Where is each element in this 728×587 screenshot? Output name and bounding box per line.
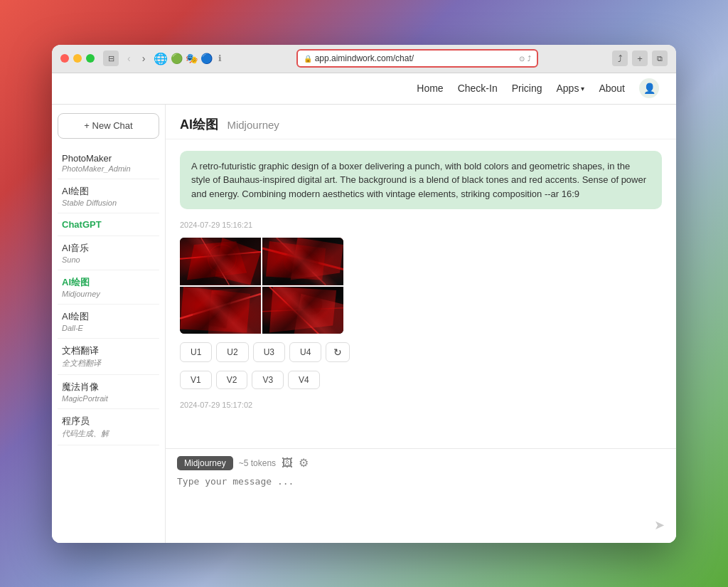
message-timestamp-1: 2024-07-29 15:16:21 [180,221,662,229]
reader-icon: ⊙ [519,55,525,63]
model-tag[interactable]: Midjourney [177,456,233,470]
new-tab-button[interactable]: + [632,51,648,66]
v4-button[interactable]: V4 [288,371,320,389]
svg-marker-19 [269,287,336,332]
v1-button[interactable]: V1 [180,371,212,389]
sidebar-item-suno[interactable]: AI音乐 Suno [58,236,159,270]
sidebar-item-subtitle: 代码生成、解 [62,428,155,439]
user-avatar[interactable]: 👤 [639,78,659,98]
svg-rect-7 [262,238,343,285]
message-input[interactable] [177,476,665,512]
refresh-button[interactable]: ↻ [326,342,350,362]
sidebar-item-title: AI绘图 [62,185,155,198]
svg-line-10 [262,248,343,270]
nav-checkin[interactable]: Check-In [458,83,498,94]
svg-line-4 [201,238,230,285]
sidebar-item-chatgpt[interactable]: ChatGPT [58,213,159,236]
sidebar-toggle-button[interactable]: ⊟ [103,51,119,66]
v2-button[interactable]: V2 [216,371,248,389]
settings-button[interactable]: ⚙ [299,456,309,470]
browser-icons: 🌐 🟢 🎭 🔵 [154,52,213,65]
sidebar-item-photomaker[interactable]: PhotoMaker PhotoMaker_Admin [58,147,159,179]
svg-marker-9 [291,238,343,280]
address-bar[interactable]: 🔒 app.aimindwork.com/chat/ ⊙ ⤴ [296,49,538,68]
send-button[interactable]: ➤ [654,517,665,533]
browser-icon: 🌐 [154,52,168,65]
message-timestamp-2: 2024-07-29 15:17:02 [180,401,662,409]
u3-button[interactable]: U3 [253,342,285,362]
chat-subtitle: Midjourney [227,119,279,131]
svg-marker-15 [208,287,261,334]
u4-button[interactable]: U4 [289,342,321,362]
image-cell-3 [180,287,261,334]
nav-about[interactable]: About [599,83,625,94]
svg-marker-8 [266,241,326,280]
svg-rect-6 [205,246,232,275]
sidebar-item-subtitle: Midjourney [62,290,155,298]
extension-icon1: 🟢 [171,53,183,64]
chat-messages: A retro-futuristic graphic design of a b… [166,139,676,448]
u1-button[interactable]: U1 [180,342,212,362]
svg-line-11 [277,238,326,285]
sidebar-item-midjourney[interactable]: AI绘图 Midjourney [58,270,159,305]
extension-icon3: 🔵 [200,53,213,64]
svg-point-5 [208,245,237,273]
svg-point-12 [284,250,319,275]
action-buttons-row2: V1 V2 V3 V4 [180,371,662,389]
svg-line-16 [180,293,261,318]
share-button[interactable]: ⤴ [612,51,628,66]
image-upload-button[interactable]: 🖼 [282,457,293,470]
sidebar-item-subtitle: MagicPortrait [62,394,155,403]
svg-marker-2 [215,238,261,285]
sidebar-item-magicportrait[interactable]: 魔法肖像 MagicPortrait [58,375,159,409]
svg-rect-18 [262,287,343,334]
svg-rect-0 [180,238,261,285]
svg-marker-14 [180,287,250,332]
sidebar-item-subtitle: PhotoMaker_Admin [62,164,155,173]
image-cell-4 [262,287,343,334]
main-content: + New Chat PhotoMaker PhotoMaker_Admin A… [52,105,676,543]
u2-button[interactable]: U2 [216,342,248,362]
nav-apps[interactable]: Apps ▾ [556,83,584,94]
address-bar-container: 🔒 app.aimindwork.com/chat/ ⊙ ⤴ [228,49,606,68]
extension-icon2: 🎭 [186,53,198,64]
forward-button[interactable]: › [139,51,149,65]
sidebar-item-subtitle: 全文档翻译 [62,358,155,369]
chat-header: AI绘图 Midjourney [166,105,676,139]
sidebar-item-stable-diffusion[interactable]: AI绘图 Stable Diffusion [58,179,159,213]
back-button[interactable]: ‹ [124,51,134,65]
dropdown-arrow-icon: ▾ [581,85,584,92]
info-icon[interactable]: ℹ [218,53,222,63]
sidebar-item-title: ChatGPT [62,219,155,230]
sidebar-item-dalle[interactable]: AI绘图 Dall-E [58,305,159,339]
sidebar-item-translation[interactable]: 文档翻译 全文档翻译 [58,339,159,375]
svg-rect-13 [180,287,261,334]
traffic-lights [60,54,95,63]
share-icon: ⤴ [528,55,531,63]
browser-window: ⊟ ‹ › 🌐 🟢 🎭 🔵 ℹ 🔒 app.aimindwork.com/cha… [52,45,676,543]
sidebar-item-title: 文档翻译 [62,344,155,357]
maximize-button[interactable] [86,54,95,63]
send-button-container: ➤ [177,514,665,536]
user-message: A retro-futuristic graphic design of a b… [180,151,662,210]
sidebar-item-title: AI绘图 [62,310,155,323]
svg-marker-20 [294,293,343,334]
input-toolbar: Midjourney ~5 tokens 🖼 ⚙ [177,456,665,470]
svg-marker-1 [187,241,247,280]
image-cell-2 [262,238,343,285]
sidebar-item-programmer[interactable]: 程序员 代码生成、解 [58,409,159,445]
close-button[interactable] [60,54,69,63]
tabs-button[interactable]: ⧉ [652,51,668,66]
nav-pricing[interactable]: Pricing [512,83,542,94]
action-buttons-row1: U1 U2 U3 U4 ↻ [180,342,662,362]
sidebar: + New Chat PhotoMaker PhotoMaker_Admin A… [52,105,166,543]
new-chat-button[interactable]: + New Chat [58,113,159,139]
sidebar-item-subtitle: Stable Diffusion [62,199,155,207]
nav-home[interactable]: Home [417,83,443,94]
svg-line-21 [269,287,318,334]
svg-line-3 [180,252,261,259]
v3-button[interactable]: V3 [252,371,284,389]
title-bar: ⊟ ‹ › 🌐 🟢 🎭 🔵 ℹ 🔒 app.aimindwork.com/cha… [52,45,676,73]
minimize-button[interactable] [73,54,82,63]
sidebar-item-subtitle: Suno [62,255,155,264]
